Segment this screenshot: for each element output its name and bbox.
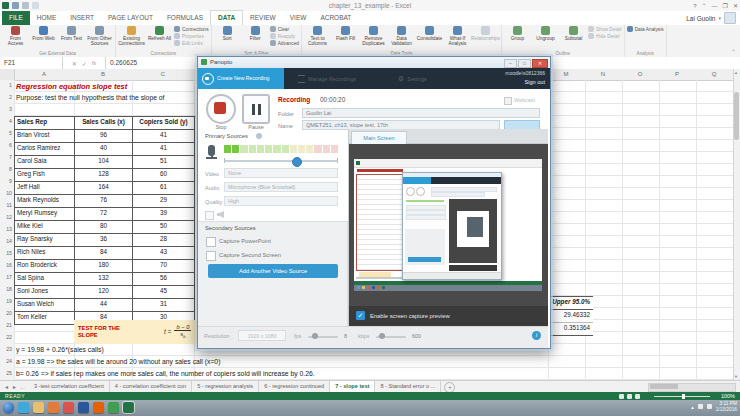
table-cell[interactable]: 29 <box>133 195 195 208</box>
ungroup-button[interactable]: Ungroup <box>532 26 559 41</box>
clear-filter-button[interactable]: Clear <box>270 26 299 32</box>
row-header-13[interactable]: 13 <box>0 226 12 232</box>
avatar[interactable] <box>724 12 736 24</box>
table-cell[interactable]: 50 <box>133 221 195 234</box>
table-cell[interactable]: 39 <box>133 208 195 221</box>
next-sheet-icon[interactable]: ► <box>12 384 17 390</box>
table-cell[interactable]: 70 <box>133 260 195 273</box>
vertical-scrollbar-thumb[interactable] <box>734 92 739 140</box>
table-cell[interactable]: 132 <box>75 273 133 286</box>
refresh-button[interactable]: Refresh All <box>146 26 173 41</box>
relationships-button[interactable]: Relationships <box>472 26 499 41</box>
table-cell[interactable]: 180 <box>75 260 133 273</box>
volume-slider-thumb[interactable] <box>292 157 302 167</box>
column-header-B[interactable]: B <box>101 71 105 77</box>
table-cell[interactable]: Greg Fish <box>15 169 75 182</box>
consolidate-button[interactable]: Consolidate <box>416 26 443 41</box>
flash-fill-button[interactable]: Flash Fill <box>332 26 359 41</box>
table-cell[interactable]: Rich Niles <box>15 247 75 260</box>
row-header-17[interactable]: 17 <box>0 274 12 280</box>
row-header-12[interactable]: 12 <box>0 214 12 220</box>
fps-slider-thumb[interactable] <box>312 333 318 339</box>
row-header-2[interactable]: 2 <box>0 94 12 100</box>
column-header-A[interactable]: A <box>42 71 46 77</box>
table-cell[interactable]: 76 <box>75 195 133 208</box>
page-break-view-icon[interactable] <box>635 394 640 399</box>
chrome-icon[interactable] <box>63 402 74 413</box>
properties-button[interactable]: Properties <box>174 33 209 39</box>
row-header-25[interactable]: 25 <box>0 370 12 376</box>
help-icon[interactable]: ? <box>693 3 696 9</box>
row-header-23[interactable]: 23 <box>0 346 12 352</box>
cell-a1-title[interactable]: Regression equation slope test <box>16 82 127 91</box>
nav-manage-recordings[interactable]: Manage Recordings <box>298 68 356 89</box>
table-cell[interactable]: 128 <box>75 169 133 182</box>
group-button[interactable]: Group <box>504 26 531 41</box>
globe-button[interactable]: From Web <box>30 26 57 41</box>
row-header-6[interactable]: 6 <box>0 142 12 148</box>
database-button[interactable]: From Access <box>2 26 29 47</box>
cancel-icon[interactable]: ✕ <box>72 60 77 67</box>
row-header-24[interactable]: 24 <box>0 358 12 364</box>
filter-button[interactable]: Filter <box>242 26 269 41</box>
row-header-19[interactable]: 19 <box>0 298 12 304</box>
row-header-5[interactable]: 5 <box>0 130 12 136</box>
table-cell[interactable]: Mark Reynolds <box>15 195 75 208</box>
row-header-20[interactable]: 20 <box>0 310 12 316</box>
advanced-filter-button[interactable]: Advanced <box>270 40 299 46</box>
zoom-slider-thumb[interactable] <box>682 394 685 399</box>
table-cell[interactable]: 40 <box>75 143 133 156</box>
table-cell[interactable]: Meryl Rumsey <box>15 208 75 221</box>
ribbon-tab-acrobat[interactable]: ACROBAT <box>313 11 358 25</box>
system-tray[interactable]: ▴ 3:11 PM 1/13/2016 <box>691 401 737 413</box>
row-header-3[interactable]: 3 <box>0 106 12 112</box>
main-screen-tab[interactable]: Main Screen <box>351 131 407 144</box>
table-cell[interactable]: Sal Spina <box>15 273 75 286</box>
ribbon-tab-data[interactable]: DATA <box>210 10 243 25</box>
prev-sheet-icon[interactable]: ◄ <box>4 384 9 390</box>
row-header-15[interactable]: 15 <box>0 250 12 256</box>
collapse-ribbon-icon[interactable]: ⌃ <box>731 48 736 55</box>
row-header-22[interactable]: 22 <box>0 334 12 340</box>
page-layout-view-icon[interactable] <box>627 394 632 399</box>
folder-icon[interactable] <box>33 402 44 413</box>
table-cell[interactable]: Brian Virost <box>15 130 75 143</box>
video-select[interactable]: None <box>224 168 338 178</box>
text-file-button[interactable]: From Text <box>58 26 85 41</box>
nav-create-new-recording[interactable]: Create New Recording <box>198 68 284 89</box>
ribbon-tab-page-layout[interactable]: PAGE LAYOUT <box>101 11 160 25</box>
tray-expand-icon[interactable]: ▴ <box>691 404 694 410</box>
table-cell[interactable]: 45 <box>133 286 195 299</box>
row-header-4[interactable]: 4 <box>0 118 12 124</box>
row-header-7[interactable]: 7 <box>0 154 12 160</box>
text-to-columns-button[interactable]: Text to Columns <box>304 26 331 47</box>
close-icon[interactable]: ✕ <box>733 2 738 9</box>
column-header-C[interactable]: C <box>161 71 165 77</box>
stop-button[interactable] <box>206 94 236 124</box>
show-detail-button[interactable]: Show Detail <box>588 26 622 32</box>
table-cell[interactable]: Soni Jones <box>15 286 75 299</box>
note-intercept[interactable]: a = 19.98 => the sales will be around 20… <box>16 358 220 365</box>
restore-icon[interactable]: ❐ <box>723 2 728 9</box>
media-player-icon[interactable] <box>48 402 59 413</box>
kbps-slider-thumb[interactable] <box>379 333 385 339</box>
word-icon[interactable] <box>78 402 89 413</box>
ribbon-tab-review[interactable]: REVIEW <box>243 11 283 25</box>
window-controls[interactable]: ? ⌃ — ❐ ✕ <box>693 2 738 9</box>
table-cell[interactable]: Ray Snarsky <box>15 234 75 247</box>
name-box[interactable]: F21 <box>0 57 63 69</box>
column-header-P[interactable]: P <box>675 71 679 77</box>
volume-icon[interactable] <box>707 404 712 409</box>
webcast-checkbox[interactable] <box>504 97 512 105</box>
ie-icon[interactable] <box>18 402 29 413</box>
column-header-M[interactable]: M <box>564 71 569 77</box>
subtotal-button[interactable]: Subtotal <box>560 26 587 41</box>
table-cell[interactable]: 80 <box>75 221 133 234</box>
minimize-icon[interactable]: — <box>712 3 718 9</box>
table-cell[interactable]: 61 <box>133 182 195 195</box>
dialog-close-icon[interactable]: ✕ <box>532 59 548 68</box>
column-header-N[interactable]: N <box>601 71 605 77</box>
hide-detail-button[interactable]: Hide Detail <box>588 33 622 39</box>
table-cell[interactable]: 41 <box>133 143 195 156</box>
table-cell[interactable]: Ron Broderick <box>15 260 75 273</box>
